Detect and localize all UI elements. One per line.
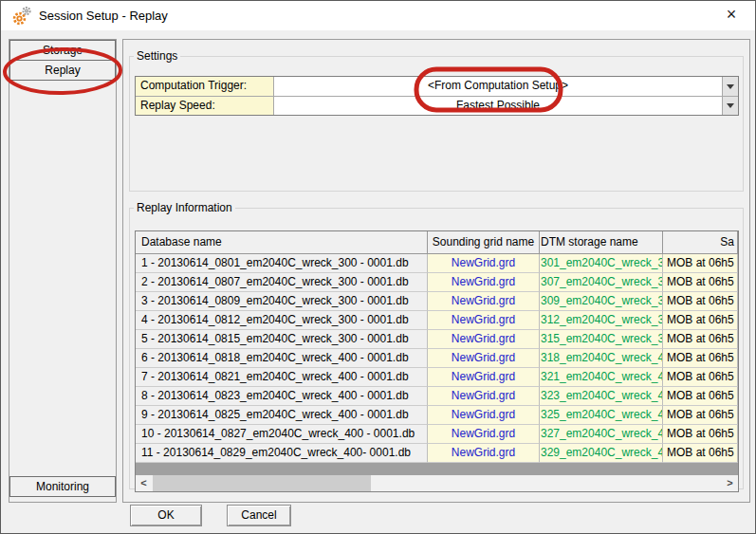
- cell-dtm-storage-name: 315_em2040C_wreck_300: [540, 330, 663, 349]
- cell-sounding-grid-name: NewGrid.grd: [428, 444, 540, 463]
- chevron-down-icon: [727, 84, 734, 89]
- cell-sounding-grid-name: NewGrid.grd: [428, 330, 540, 349]
- cell-sample: MOB at 06h5: [663, 387, 738, 406]
- computation-trigger-row: Computation Trigger: <From Computation S…: [136, 77, 738, 96]
- cell-sounding-grid-name: NewGrid.grd: [428, 349, 540, 368]
- replay-speed-dropdown-button[interactable]: [722, 97, 738, 115]
- window-title: Session Setup - Replay: [39, 1, 168, 30]
- scroll-left-icon[interactable]: <: [136, 475, 152, 491]
- cell-sample: MOB at 06h5: [663, 406, 738, 425]
- ok-button[interactable]: OK: [130, 505, 202, 526]
- scrollbar-thumb[interactable]: [153, 475, 371, 491]
- replay-table: Database name Sounding grid name DTM sto…: [135, 230, 739, 492]
- settings-grid: Computation Trigger: <From Computation S…: [135, 76, 739, 116]
- gears-app-icon: [10, 5, 33, 28]
- table-row[interactable]: 11 - 20130614_0829_em2040C_wreck_400- 00…: [136, 444, 738, 463]
- cell-sounding-grid-name: NewGrid.grd: [428, 406, 540, 425]
- cancel-button[interactable]: Cancel: [227, 505, 291, 526]
- replay-speed-label: Replay Speed:: [136, 97, 274, 115]
- cell-sample: MOB at 06h5: [663, 330, 738, 349]
- cell-database-name: 11 - 20130614_0829_em2040C_wreck_400- 00…: [136, 444, 428, 463]
- cell-sample: MOB at 06h5: [663, 425, 738, 444]
- cell-dtm-storage-name: 301_em2040C_wreck_300: [540, 254, 663, 273]
- sidebar: Storage Replay Monitoring: [9, 39, 117, 503]
- session-setup-dialog: Session Setup - Replay × Storage Replay …: [0, 0, 756, 534]
- replay-information-group-label: Replay Information: [134, 201, 235, 214]
- column-header-sounding-grid-name[interactable]: Sounding grid name: [428, 231, 540, 254]
- close-icon[interactable]: ×: [717, 1, 746, 30]
- table-row[interactable]: 1 - 20130614_0801_em2040C_wreck_300 - 00…: [136, 254, 738, 273]
- cell-sample: MOB at 06h5: [663, 273, 738, 292]
- cell-database-name: 6 - 20130614_0818_em2040C_wreck_400 - 00…: [136, 349, 428, 368]
- cell-dtm-storage-name: 321_em2040C_wreck_400: [540, 368, 663, 387]
- cell-sounding-grid-name: NewGrid.grd: [428, 254, 540, 273]
- cell-database-name: 10 - 20130614_0827_em2040C_wreck_400 - 0…: [136, 425, 428, 444]
- title-bar: Session Setup - Replay ×: [1, 1, 755, 30]
- settings-group-label: Settings: [134, 49, 180, 63]
- replay-information-group: Replay Information Database name Soundin…: [129, 201, 744, 489]
- table-row[interactable]: 2 - 20130614_0807_em2040C_wreck_300 - 00…: [136, 273, 738, 292]
- cell-database-name: 9 - 20130614_0825_em2040C_wreck_400 - 00…: [136, 406, 428, 425]
- table-row[interactable]: 10 - 20130614_0827_em2040C_wreck_400 - 0…: [136, 425, 738, 444]
- sidebar-item-storage[interactable]: Storage: [9, 40, 116, 61]
- cell-sounding-grid-name: NewGrid.grd: [428, 368, 540, 387]
- cell-dtm-storage-name: 329_em2040C_wreck_400: [540, 444, 663, 463]
- cell-dtm-storage-name: 307_em2040C_wreck_300: [540, 273, 663, 292]
- cell-sample: MOB at 06h5: [663, 254, 738, 273]
- column-header-database-name[interactable]: Database name: [136, 231, 428, 254]
- sidebar-item-monitoring[interactable]: Monitoring: [9, 476, 116, 497]
- main-panel: Settings Computation Trigger: <From Comp…: [122, 39, 750, 503]
- scroll-right-icon[interactable]: >: [722, 475, 738, 491]
- cell-database-name: 3 - 20130614_0809_em2040C_wreck_300 - 00…: [136, 292, 428, 311]
- cell-database-name: 7 - 20130614_0821_em2040C_wreck_400 - 00…: [136, 368, 428, 387]
- column-header-sample[interactable]: Sa: [663, 231, 738, 254]
- cell-sample: MOB at 06h5: [663, 311, 738, 330]
- settings-group: Settings Computation Trigger: <From Comp…: [129, 49, 744, 192]
- table-row[interactable]: 3 - 20130614_0809_em2040C_wreck_300 - 00…: [136, 292, 738, 311]
- cell-dtm-storage-name: 323_em2040C_wreck_400: [540, 387, 663, 406]
- table-row[interactable]: 5 - 20130614_0815_em2040C_wreck_300 - 00…: [136, 330, 738, 349]
- chevron-down-icon: [727, 103, 734, 108]
- computation-trigger-label: Computation Trigger:: [136, 77, 274, 96]
- cell-dtm-storage-name: 312_em2040C_wreck_300: [540, 311, 663, 330]
- cell-sounding-grid-name: NewGrid.grd: [428, 292, 540, 311]
- cell-database-name: 1 - 20130614_0801_em2040C_wreck_300 - 00…: [136, 254, 428, 273]
- cell-dtm-storage-name: 327_em2040C_wreck_400: [540, 425, 663, 444]
- cell-dtm-storage-name: 309_em2040C_wreck_300: [540, 292, 663, 311]
- table-row[interactable]: 6 - 20130614_0818_em2040C_wreck_400 - 00…: [136, 349, 738, 368]
- computation-trigger-dropdown-button[interactable]: [722, 77, 738, 96]
- cell-dtm-storage-name: 325_em2040C_wreck_400: [540, 406, 663, 425]
- cell-sample: MOB at 06h5: [663, 349, 738, 368]
- table-row[interactable]: 7 - 20130614_0821_em2040C_wreck_400 - 00…: [136, 368, 738, 387]
- table-empty-filler: [136, 463, 738, 475]
- cell-sounding-grid-name: NewGrid.grd: [428, 387, 540, 406]
- cell-sounding-grid-name: NewGrid.grd: [428, 311, 540, 330]
- table-row[interactable]: 9 - 20130614_0825_em2040C_wreck_400 - 00…: [136, 406, 738, 425]
- replay-speed-row: Replay Speed: Fastest Possible: [136, 96, 738, 115]
- cell-sample: MOB at 06h5: [663, 368, 738, 387]
- cell-sample: MOB at 06h5: [663, 444, 738, 463]
- table-body: 1 - 20130614_0801_em2040C_wreck_300 - 00…: [136, 254, 738, 463]
- column-header-dtm-storage-name[interactable]: DTM storage name: [540, 231, 663, 254]
- table-header-row: Database name Sounding grid name DTM sto…: [136, 231, 738, 254]
- scrollbar-track[interactable]: [152, 475, 722, 491]
- cell-sample: MOB at 06h5: [663, 292, 738, 311]
- sidebar-item-replay[interactable]: Replay: [9, 60, 116, 81]
- cell-database-name: 8 - 20130614_0823_em2040C_wreck_400 - 00…: [136, 387, 428, 406]
- cell-database-name: 5 - 20130614_0815_em2040C_wreck_300 - 00…: [136, 330, 428, 349]
- table-row[interactable]: 8 - 20130614_0823_em2040C_wreck_400 - 00…: [136, 387, 738, 406]
- cell-database-name: 4 - 20130614_0812_em2040C_wreck_300 - 00…: [136, 311, 428, 330]
- cell-sounding-grid-name: NewGrid.grd: [428, 273, 540, 292]
- cell-database-name: 2 - 20130614_0807_em2040C_wreck_300 - 00…: [136, 273, 428, 292]
- table-row[interactable]: 4 - 20130614_0812_em2040C_wreck_300 - 00…: [136, 311, 738, 330]
- replay-speed-value[interactable]: Fastest Possible: [274, 97, 722, 115]
- horizontal-scrollbar[interactable]: < >: [136, 475, 738, 491]
- cell-dtm-storage-name: 318_em2040C_wreck_400: [540, 349, 663, 368]
- computation-trigger-value[interactable]: <From Computation Setup>: [274, 77, 722, 96]
- cell-sounding-grid-name: NewGrid.grd: [428, 425, 540, 444]
